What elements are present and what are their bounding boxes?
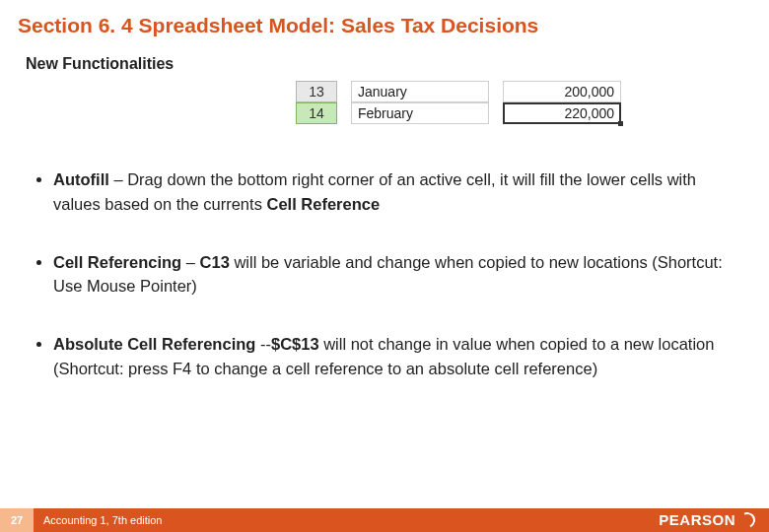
bullet-sep: – [181, 253, 199, 271]
slide: Section 6. 4 Spreadsheet Model: Sales Ta… [0, 0, 769, 532]
bullet-sep: -- [255, 335, 271, 353]
bullet-bold: C13 [200, 253, 230, 271]
bullet-list: Autofill – Drag down the bottom right co… [0, 134, 769, 381]
page-number: 27 [0, 508, 34, 532]
footer-bar: 27 Accounting 1, 7th edition PEARSON [0, 508, 769, 532]
bullet-bold: Cell Reference [266, 195, 380, 213]
footer-text: Accounting 1, 7th edition [43, 514, 162, 526]
logo-text: PEARSON [659, 511, 735, 528]
row-header-column: 13 14 [296, 81, 337, 124]
bullet-lead: Autofill [53, 170, 109, 188]
logo-arc-icon [737, 509, 758, 530]
cell-value: 200,000 [503, 81, 621, 102]
month-column: January February [351, 81, 489, 124]
list-item: Absolute Cell Referencing --$C$13 will n… [53, 332, 735, 381]
value-column: 200,000 220,000 [503, 81, 621, 124]
cell-month: February [351, 102, 489, 124]
list-item: Cell Referencing – C13 will be variable … [53, 250, 735, 299]
row-header-selected: 14 [296, 102, 337, 124]
cell-value-active: 220,000 [503, 102, 621, 124]
row-header: 13 [296, 81, 337, 102]
spreadsheet-snippet: 13 14 January February 200,000 220,000 [296, 81, 621, 124]
pearson-logo: PEARSON [659, 511, 755, 528]
bullet-lead: Absolute Cell Referencing [53, 335, 255, 353]
bullet-bold: $C$13 [271, 335, 319, 353]
subtitle: New Functionalities [0, 43, 769, 73]
page-title: Section 6. 4 Spreadsheet Model: Sales Ta… [0, 0, 769, 43]
bullet-lead: Cell Referencing [53, 253, 181, 271]
list-item: Autofill – Drag down the bottom right co… [53, 167, 735, 217]
cell-month: January [351, 81, 489, 102]
bullet-sep: – [109, 170, 127, 188]
